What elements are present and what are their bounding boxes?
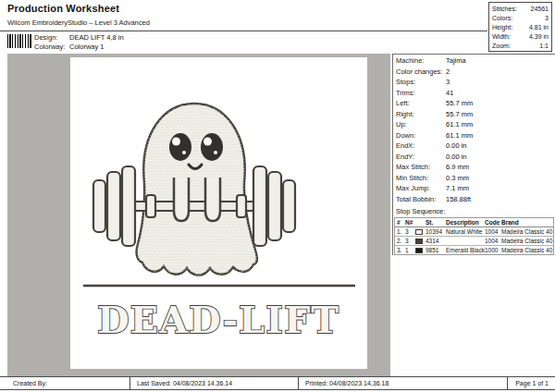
stat-label: Height:: [492, 23, 512, 31]
info-value: 61.1 mm: [446, 119, 473, 130]
thread-num: 1.: [397, 227, 405, 236]
stat-row-stitches: Stitches: 24561: [492, 5, 549, 13]
thread-brand: Madeira Classic 40: [501, 246, 553, 254]
info-row-min-stitch: Min Stitch:0.3 mm: [396, 173, 553, 184]
design-label: Design:: [34, 33, 57, 42]
worksheet-page: Production Worksheet Wilcom EmbroiderySt…: [0, 0, 555, 392]
embroidery-design: DEAD-LIFT: [70, 57, 367, 369]
info-label: Color changes:: [396, 67, 446, 78]
info-label: Stops:: [396, 77, 446, 88]
info-row-endx: EndX:0.00 in: [396, 141, 553, 152]
header-divider: [0, 31, 487, 31]
info-label: Machine:: [396, 55, 446, 67]
thread-num: 3.: [397, 246, 405, 254]
stat-value: 24561: [531, 5, 549, 13]
stat-row-height: Height: 4.81 in: [492, 23, 549, 31]
app-subtitle: Wilcom EmbroideryStudio – Level 3 Advanc…: [7, 18, 150, 27]
info-row-total-bobbin: Total Bobbin:158.88ft: [396, 194, 553, 205]
stat-label: Zoom:: [492, 42, 511, 50]
stat-row-colors: Colors: 3: [492, 14, 549, 22]
column-header-code: Code: [485, 218, 501, 227]
panel-left-divider: [392, 54, 393, 255]
info-row-down: Down:61.1 mm: [396, 130, 553, 141]
info-row-up: Up:61.1 mm: [396, 119, 553, 130]
info-value: 61.1 mm: [446, 130, 473, 141]
info-row-stops: Stops:3: [396, 77, 553, 88]
info-label: Right:: [396, 109, 446, 120]
info-label: Down:: [396, 130, 446, 141]
footer-divider: [298, 377, 299, 389]
printed-text: Printed: 04/08/2023 14.36.18: [305, 380, 388, 386]
thread-code: 1004: [485, 237, 501, 245]
info-row-endy: EndY:0.00 in: [396, 152, 553, 163]
info-label: Left:: [396, 98, 446, 109]
thread-brand: Madeira Classic 40: [501, 227, 553, 236]
left-weight-plates: [93, 166, 135, 246]
info-row-trims: Trims:41: [396, 88, 553, 99]
stat-row-width: Width: 4.39 in: [492, 32, 549, 41]
info-row-max-jump: Max Jump:7.1 mm: [396, 183, 553, 194]
info-label: Max Stitch:: [396, 162, 446, 173]
info-value: 2: [446, 67, 450, 78]
footer-divider: [130, 377, 130, 389]
thread-n: 3: [405, 237, 415, 245]
column-header-brand: Brand: [501, 218, 553, 227]
design-text: DEAD-LIFT: [97, 298, 339, 341]
colorway-label: Colorway:: [34, 43, 65, 51]
stats-panel: Stitches: 24561 Colors: 3 Height: 4.81 i…: [488, 2, 552, 52]
stat-value: 3: [545, 14, 549, 22]
info-label: Min Stitch:: [396, 173, 446, 184]
design-canvas: DEAD-LIFT: [70, 57, 367, 369]
info-value: 7.1 mm: [446, 183, 469, 194]
info-value: 3: [446, 77, 450, 88]
thread-swatch: [415, 239, 423, 244]
thread-row: 1. 3 10394 Natural White 1004 Madeira Cl…: [395, 227, 553, 237]
info-label: Trims:: [396, 88, 446, 99]
footer-bar: Created By: Last Saved: 04/08/2023 14.36…: [0, 376, 555, 390]
info-row-left: Left:55.7 mm: [396, 98, 553, 109]
thread-row: 2. 3 4314 1004 Madeira Classic 40: [395, 237, 553, 246]
info-label: Max Jump:: [396, 183, 446, 194]
info-value: 158.88ft: [446, 194, 471, 205]
ghost-body: [137, 104, 257, 276]
stat-label: Stitches:: [492, 5, 517, 13]
barcode: [7, 34, 31, 48]
machine-info-panel: Machine:Tajima Color changes:2 Stops:3 T…: [396, 55, 553, 204]
stat-label: Width:: [492, 32, 511, 41]
info-label: EndX:: [396, 141, 446, 152]
thread-code: 1004: [485, 227, 501, 236]
info-value: 0.00 in: [446, 152, 467, 163]
info-value: 55.7 mm: [446, 109, 473, 120]
info-value: Tajima: [446, 55, 466, 67]
info-row-machine: Machine:Tajima: [396, 55, 553, 67]
stop-sequence-header-row: # N# St. Description Code Brand: [395, 218, 553, 227]
thread-brand: Madeira Classic 40: [501, 237, 553, 245]
thread-row: 3. 1 9851 Emerald Black 1000 Madeira Cla…: [395, 246, 553, 254]
created-by-label: Created By:: [13, 380, 47, 386]
thread-code: 1000: [485, 246, 501, 254]
thread-description: Natural White: [446, 227, 485, 236]
right-weight-plates: [253, 166, 295, 246]
info-row-right: Right:55.7 mm: [396, 109, 553, 120]
stat-value: 4.81 in: [529, 23, 549, 31]
page-title: Production Worksheet: [7, 3, 119, 14]
last-saved-text: Last Saved: 04/08/2023 14.36.14: [137, 380, 232, 386]
column-header-description: Description: [446, 218, 485, 227]
info-row-color-changes: Color changes:2: [396, 67, 553, 78]
stop-sequence-table: # N# St. Description Code Brand 1. 3 103…: [394, 217, 554, 255]
thread-description: Emerald Black: [446, 246, 485, 254]
thread-swatch: [415, 229, 423, 235]
thread-st: 9851: [426, 246, 446, 254]
thread-st: 10394: [426, 227, 446, 236]
page-number: Page 1 of 1: [515, 380, 549, 386]
info-row-max-stitch: Max Stitch:6.9 mm: [396, 162, 553, 173]
info-label: Total Bobbin:: [396, 194, 446, 205]
thread-n: 1: [405, 246, 415, 254]
colorway-value: Colorway 1: [69, 43, 105, 51]
info-value: 0.00 in: [446, 141, 467, 152]
info-label: Up:: [396, 119, 446, 130]
stop-sequence-title: Stop Sequence:: [396, 207, 445, 215]
footer-divider: [507, 377, 508, 389]
stat-row-zoom: Zoom: 1:1: [492, 42, 549, 50]
design-value: DEAD LIFT 4,8 in: [69, 33, 124, 42]
